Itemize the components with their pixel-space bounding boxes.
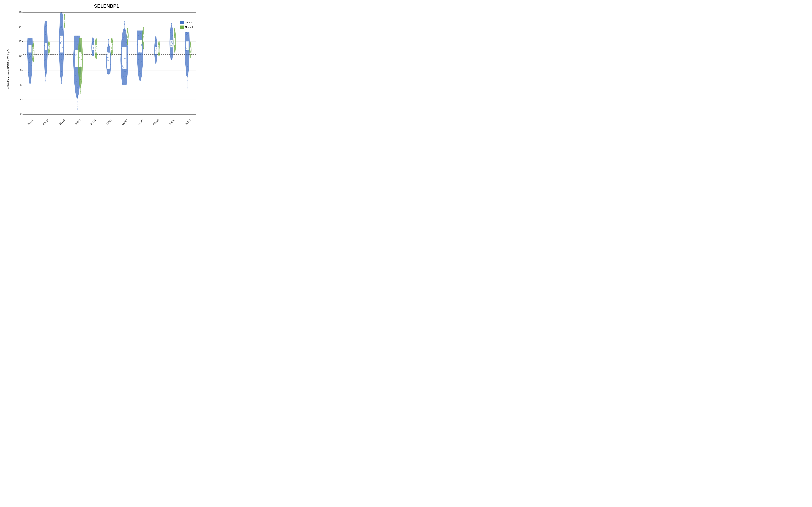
svg-rect-387	[108, 74, 109, 74]
svg-rect-345	[95, 42, 96, 42]
svg-rect-542	[143, 44, 143, 45]
svg-rect-482	[127, 29, 128, 29]
svg-rect-708	[187, 87, 188, 88]
svg-rect-490	[128, 35, 128, 35]
svg-rect-395	[112, 54, 112, 54]
svg-rect-462	[126, 80, 126, 80]
svg-rect-168	[62, 19, 62, 19]
svg-rect-267	[80, 87, 81, 88]
svg-rect-483	[128, 42, 128, 43]
svg-rect-495	[141, 31, 141, 31]
svg-rect-55	[31, 68, 32, 68]
svg-rect-220	[78, 90, 78, 91]
svg-text:2: 2	[20, 113, 22, 116]
svg-rect-51	[28, 41, 28, 42]
svg-rect-619	[170, 40, 172, 47]
svg-rect-530	[141, 44, 142, 45]
svg-rect-322	[92, 51, 93, 51]
svg-rect-346	[96, 57, 96, 58]
svg-rect-601	[159, 41, 159, 42]
svg-rect-710	[186, 32, 187, 33]
svg-rect-81	[33, 48, 34, 49]
svg-rect-44	[31, 65, 31, 66]
svg-rect-720	[190, 51, 190, 52]
svg-rect-137	[49, 43, 49, 43]
svg-rect-221	[77, 100, 78, 100]
svg-rect-314	[93, 52, 94, 52]
svg-rect-307	[93, 39, 93, 40]
svg-rect-446	[125, 38, 126, 38]
svg-rect-374	[107, 73, 108, 73]
svg-rect-337	[96, 40, 97, 40]
svg-rect-136	[49, 50, 50, 51]
svg-rect-313	[92, 48, 92, 48]
svg-rect-336	[96, 57, 97, 57]
svg-rect-709	[187, 36, 188, 36]
svg-rect-434	[122, 65, 122, 66]
svg-rect-40	[29, 68, 29, 69]
svg-rect-626	[171, 37, 172, 37]
svg-rect-437	[125, 30, 125, 31]
svg-rect-119	[45, 32, 46, 32]
svg-rect-250	[77, 95, 78, 96]
svg-text:KICH: KICH	[90, 119, 96, 125]
svg-rect-377	[110, 68, 110, 69]
svg-rect-256	[76, 92, 77, 92]
svg-rect-342	[96, 38, 96, 39]
svg-rect-163	[60, 18, 61, 19]
svg-rect-662	[174, 49, 174, 49]
svg-rect-335	[96, 51, 96, 52]
svg-rect-525	[139, 71, 140, 72]
svg-rect-408	[111, 39, 112, 40]
svg-rect-331	[96, 49, 96, 49]
svg-rect-702	[186, 73, 187, 73]
svg-rect-121	[45, 66, 45, 66]
svg-rect-315	[92, 52, 92, 52]
svg-rect-120	[45, 67, 45, 67]
svg-rect-591	[155, 39, 156, 39]
svg-rect-442	[124, 23, 124, 24]
svg-rect-104	[46, 37, 46, 37]
svg-rect-154	[62, 47, 63, 48]
svg-text:4: 4	[20, 98, 22, 101]
svg-rect-91	[33, 54, 34, 55]
svg-rect-36	[28, 72, 29, 73]
svg-rect-39	[30, 62, 30, 63]
svg-rect-641	[170, 48, 170, 48]
svg-rect-276	[79, 57, 80, 58]
svg-rect-393	[112, 55, 112, 55]
svg-rect-426	[125, 72, 125, 73]
svg-rect-585	[156, 37, 156, 38]
svg-rect-439	[125, 54, 125, 55]
svg-rect-171	[60, 49, 61, 49]
svg-rect-274	[80, 81, 80, 82]
svg-rect-649	[171, 28, 171, 28]
svg-rect-164	[61, 64, 62, 64]
svg-rect-38	[31, 46, 31, 47]
svg-rect-454	[121, 63, 122, 64]
svg-rect-703	[186, 34, 187, 35]
svg-rect-241	[77, 109, 78, 110]
svg-rect-431	[126, 62, 126, 62]
svg-rect-88	[33, 45, 34, 46]
svg-rect-411	[112, 42, 112, 42]
svg-rect-182	[60, 65, 61, 66]
svg-rect-192	[64, 15, 65, 15]
svg-rect-700	[186, 56, 187, 56]
svg-rect-238	[76, 73, 77, 73]
svg-rect-499	[141, 46, 142, 46]
svg-rect-506	[139, 74, 140, 74]
svg-rect-551	[143, 28, 143, 29]
svg-rect-713	[188, 35, 189, 35]
svg-rect-420	[122, 66, 122, 67]
svg-rect-285	[80, 50, 81, 51]
svg-rect-406	[112, 38, 112, 39]
svg-rect-283	[80, 92, 81, 92]
svg-rect-448	[123, 67, 123, 68]
svg-rect-734	[190, 50, 190, 51]
svg-rect-376	[108, 44, 109, 44]
svg-rect-737	[190, 51, 191, 51]
svg-rect-582	[156, 62, 156, 63]
svg-rect-173	[62, 38, 62, 39]
svg-rect-642	[170, 52, 171, 52]
